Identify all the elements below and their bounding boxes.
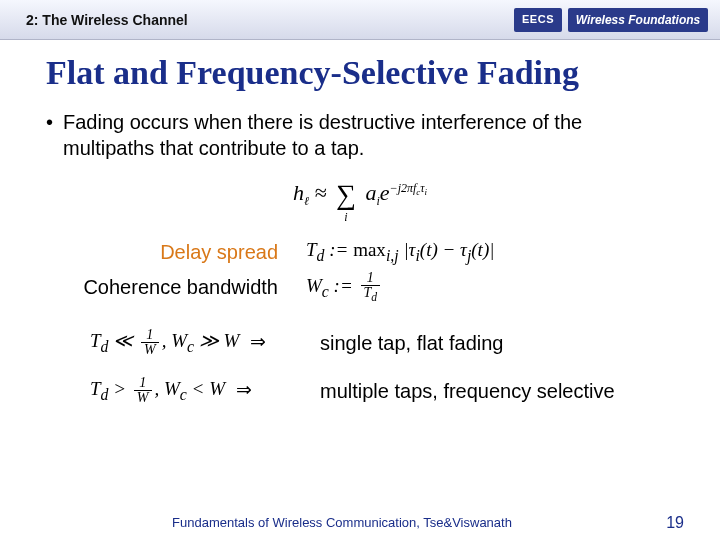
header-logos: EECS Wireless Foundations <box>514 8 708 32</box>
bullet-item: • Fading occurs when there is destructiv… <box>46 110 674 161</box>
slide-footer: Fundamentals of Wireless Communication, … <box>0 515 720 530</box>
delay-spread-formula: Td := maxi,j |τi(t) − τj(t)| <box>306 239 494 265</box>
frequency-selective-text: multiple taps, frequency selective <box>320 380 615 403</box>
bullet-text: Fading occurs when there is destructive … <box>63 110 674 161</box>
flat-fading-text: single tap, flat fading <box>320 332 503 355</box>
flat-fading-condition: Td ≪ 1W, Wc ≫ W ⇒ <box>90 328 320 358</box>
coherence-bandwidth-formula: Wc := 1 Td <box>306 271 383 304</box>
bullet-list: • Fading occurs when there is destructiv… <box>0 110 720 161</box>
coherence-bandwidth-row: Coherence bandwidth Wc := 1 Td <box>46 271 674 304</box>
delay-spread-label: Delay spread <box>46 241 306 264</box>
eecs-logo: EECS <box>514 8 562 32</box>
cases: Td ≪ 1W, Wc ≫ W ⇒ single tap, flat fadin… <box>0 328 720 406</box>
frequency-selective-case: Td > 1W, Wc < W ⇒ multiple taps, frequen… <box>90 376 674 406</box>
page-number: 19 <box>666 514 684 532</box>
wireless-foundations-logo: Wireless Foundations <box>568 8 708 32</box>
summation-symbol: ∑ i <box>336 179 356 211</box>
chapter-label: 2: The Wireless Channel <box>26 12 188 28</box>
definitions: Delay spread Td := maxi,j |τi(t) − τj(t)… <box>0 239 720 304</box>
main-formula: hℓ ≈ ∑ i aie−j2πfcτi <box>0 179 720 211</box>
footer-citation: Fundamentals of Wireless Communication, … <box>172 515 512 530</box>
bullet-dot-icon: • <box>46 110 53 134</box>
coherence-bandwidth-label: Coherence bandwidth <box>46 276 306 299</box>
frequency-selective-condition: Td > 1W, Wc < W ⇒ <box>90 376 320 406</box>
delay-spread-row: Delay spread Td := maxi,j |τi(t) − τj(t)… <box>46 239 674 265</box>
slide-header: 2: The Wireless Channel EECS Wireless Fo… <box>0 0 720 40</box>
slide-title: Flat and Frequency-Selective Fading <box>46 54 720 92</box>
flat-fading-case: Td ≪ 1W, Wc ≫ W ⇒ single tap, flat fadin… <box>90 328 674 358</box>
